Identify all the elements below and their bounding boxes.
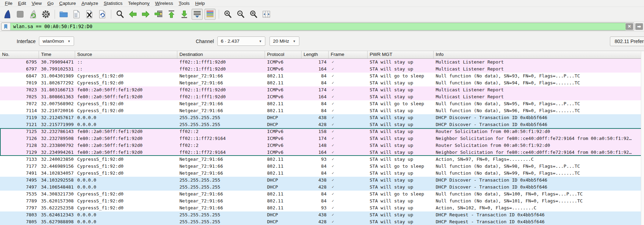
cell-frame: ✓ <box>329 135 368 142</box>
packet-row-7129[interactable]: 712932.234994261fe80::2a0:50ff:fef1:92d0… <box>0 149 644 156</box>
packet-row-6847[interactable]: 684731.004301989CypressS_f1:92:d0Netgear… <box>0 73 644 80</box>
packet-row-7491[interactable]: 749134.102834057CypressS_f1:92:d0Netgear… <box>0 170 644 177</box>
go-last-button[interactable] <box>179 9 190 20</box>
packet-row-7125[interactable]: 712532.232786143fe80::2a0:50ff:fef1:92d0… <box>0 128 644 135</box>
display-filter-input[interactable]: wlan.sa == 00:A0:50:F1:92:D0 ✕ <box>1 23 634 31</box>
packet-row-7495[interactable]: 749534.1032925580.0.0.0255.255.255.255DH… <box>0 177 644 184</box>
packet-row-7114[interactable]: 711432.210720016CypressS_f1:92:d0Netgear… <box>0 107 644 114</box>
capture-start-icon <box>3 10 12 19</box>
cell-frame: ✓ <box>329 59 368 66</box>
cell-dst: Netgear_72:91:66 <box>177 198 265 205</box>
packet-row-7119[interactable]: 711932.2124576170.0.0.0255.255.255.255DH… <box>0 114 644 121</box>
packet-row-7805[interactable]: 780535.6279888980.0.0.0255.255.255.255DH… <box>0 218 644 225</box>
channel-dropdown[interactable]: 6 · 2.437 ▼ <box>217 36 265 46</box>
cell-proto: DHCP <box>265 177 301 184</box>
go-first-button[interactable] <box>166 9 177 20</box>
file-save-button[interactable] <box>71 9 82 20</box>
column-header-time[interactable]: Time <box>39 51 75 58</box>
filter-bookmark-button[interactable] <box>1 23 10 30</box>
cell-time: 32.234994261 <box>39 149 75 156</box>
packet-row-7023[interactable]: 702331.803166713fe80::2a0:50ff:fef1:92d0… <box>0 86 644 93</box>
menu-tools[interactable]: Tools <box>176 0 193 6</box>
file-close-icon <box>85 10 94 19</box>
menu-telephony[interactable]: Telephony <box>125 0 152 6</box>
cell-info: DHCP Discover - Transaction ID 0x4bb5f64… <box>434 184 644 191</box>
menu-file[interactable]: File <box>2 0 15 6</box>
resize-columns-button[interactable] <box>261 9 272 20</box>
cell-time: 35.624612343 <box>39 211 75 218</box>
go-back-button[interactable] <box>127 9 138 20</box>
column-header-protocol[interactable]: Protocol <box>265 51 301 58</box>
zoom-out-button[interactable] <box>235 9 246 20</box>
column-header-length[interactable]: Length <box>301 51 329 58</box>
packet-row-6795[interactable]: 679530.799094471::ff02::1:fff1:92d0ICMPv… <box>0 59 644 66</box>
packet-row-7128[interactable]: 712832.233800792fe80::2a0:50ff:fef1:92d0… <box>0 142 644 149</box>
capture-restart-button[interactable] <box>27 9 39 20</box>
menu-go[interactable]: Go <box>45 0 56 6</box>
go-forward-button[interactable] <box>140 9 151 20</box>
packet-row-7497[interactable]: 749734.1065484810.0.0.0255.255.255.255DH… <box>0 184 644 191</box>
packet-row-7072[interactable]: 707232.007568902CypressS_f1:92:d0Netgear… <box>0 100 644 107</box>
cell-no: 7789 <box>0 198 39 205</box>
packet-row-7789[interactable]: 778935.620157308CypressS_f1:92:d0Netgear… <box>0 198 644 205</box>
cell-proto: ICMPv6 <box>265 59 301 66</box>
cell-info: Action, SN=102, FN=0, Flags=........C <box>434 205 644 211</box>
packet-row-7025[interactable]: 702531.808661363fe80::2a0:50ff:fef1:92d0… <box>0 93 644 100</box>
vertical-scrollbar[interactable] <box>641 51 644 225</box>
cell-dst: Netgear_72:91:66 <box>177 170 265 177</box>
column-header-frame[interactable]: Frame <box>329 51 368 58</box>
menu-analyze[interactable]: Analyze <box>79 0 101 6</box>
menu-statistics[interactable]: Statistics <box>101 0 125 6</box>
packet-row-7133[interactable]: 713332.240023850CypressS_f1:92:d0Netgear… <box>0 156 644 163</box>
cell-len: 148 <box>301 142 329 149</box>
cell-time: 32.446989156 <box>39 163 75 170</box>
menu-help[interactable]: Help <box>192 0 208 6</box>
cell-frame: ✓ <box>329 163 368 170</box>
packet-row-7126[interactable]: 712632.232789508fe80::2a0:50ff:fef1:92d0… <box>0 135 644 142</box>
menu-edit[interactable]: Edit <box>15 0 29 6</box>
cell-dst: 255.255.255.255 <box>177 184 265 191</box>
packet-row-7803[interactable]: 780335.6246123430.0.0.0255.255.255.255DH… <box>0 211 644 218</box>
packet-row-7121[interactable]: 712132.2157719990.0.0.0255.255.255.255DH… <box>0 121 644 128</box>
column-header-info[interactable]: Info <box>434 51 644 58</box>
find-packet-button[interactable] <box>114 9 126 20</box>
menu-wireless[interactable]: Wireless <box>152 0 176 6</box>
menu-view[interactable]: View <box>29 0 45 6</box>
capture-options-button[interactable] <box>40 9 51 20</box>
interface-dropdown[interactable]: wlan0mon ▼ <box>39 36 74 46</box>
cell-pwr: STA will go to sleep <box>368 100 434 107</box>
802-11-preferences-button[interactable]: 802.11 Prefere <box>610 36 644 46</box>
file-open-button[interactable] <box>58 9 69 20</box>
file-reload-button[interactable] <box>97 9 108 20</box>
cell-info: Router Solicitation from 00:a0:50:f1:92:… <box>434 128 644 135</box>
capture-stop-button[interactable] <box>15 9 26 20</box>
bandwidth-dropdown[interactable]: 20 MHz ▼ <box>269 36 299 46</box>
packet-row-7177[interactable]: 717732.446989156CypressS_f1:92:d0Netgear… <box>0 163 644 170</box>
packet-row-7797[interactable]: 779735.622252358CypressS_f1:92:d0Netgear… <box>0 205 644 211</box>
cell-frame: ✓ <box>329 114 368 121</box>
auto-scroll-button[interactable] <box>192 9 203 20</box>
column-header-pwr-mgt[interactable]: PWR MGT <box>368 51 434 58</box>
menu-capture[interactable]: Capture <box>56 0 79 6</box>
packet-row-7019[interactable]: 701931.802677292CypressS_f1:92:d0Netgear… <box>0 80 644 86</box>
column-header-destination[interactable]: Destination <box>177 51 265 58</box>
colorize-button[interactable] <box>204 9 216 20</box>
filter-clear-button[interactable]: ✕ <box>626 23 633 30</box>
capture-start-button[interactable] <box>2 9 13 20</box>
column-header-source[interactable]: Source <box>75 51 177 58</box>
zoom-reset-button[interactable] <box>248 9 259 20</box>
filter-expression-text[interactable]: wlan.sa == 00:A0:50:F1:92:D0 <box>10 23 626 30</box>
cell-frame: ✓ <box>329 191 368 198</box>
cell-no: 7114 <box>0 107 39 114</box>
packet-row-7535[interactable]: 753534.308321730CypressS_f1:92:d0Netgear… <box>0 191 644 198</box>
cell-frame: ✓ <box>329 142 368 149</box>
cell-time: 32.232786143 <box>39 128 75 135</box>
zoom-in-button[interactable] <box>222 9 233 20</box>
packet-row-6797[interactable]: 679730.799102531::ff02::1:fff1:92d0ICMPv… <box>0 66 644 73</box>
cell-proto: ICMPv6 <box>265 135 301 142</box>
go-to-packet-button[interactable] <box>153 9 164 20</box>
column-header-no[interactable]: No. <box>0 51 39 58</box>
cell-dst: 255.255.255.255 <box>177 114 265 121</box>
file-close-button[interactable] <box>84 9 95 20</box>
filter-apply-button[interactable]: ➡ <box>635 23 643 30</box>
